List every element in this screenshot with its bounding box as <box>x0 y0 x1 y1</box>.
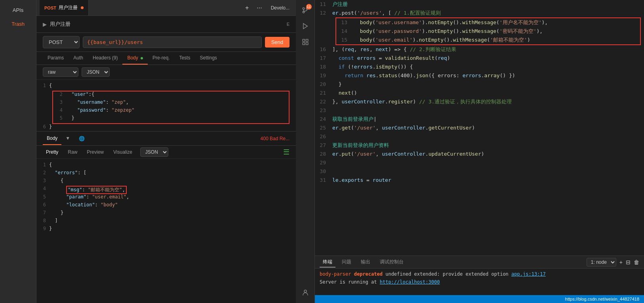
node-select[interactable]: 1: node <box>587 258 616 267</box>
resp-pretty-btn[interactable]: Pretty <box>43 148 61 156</box>
term-tab-output[interactable]: 输出 <box>358 257 373 267</box>
code-line-5: 5 } <box>53 115 289 123</box>
vsc-line-16: 16 ], (req, res, next) => { // 2.判断验证结果 <box>315 45 644 54</box>
body-dot <box>141 57 143 59</box>
vsc-validation-red-box: 13 body('user.username').notEmpty().with… <box>335 17 641 45</box>
vsc-line-23: 23 <box>315 106 644 115</box>
vsc-line-24: 24 获取当前登录用户| <box>315 115 644 124</box>
code-line-6: 6 } <box>36 124 296 131</box>
tab-auth[interactable]: Auth <box>69 52 88 65</box>
vsc-red-box-wrapper: 13 body('user.username').notEmpty().with… <box>315 17 644 45</box>
close-terminal-icon[interactable]: 🗑 <box>634 259 639 265</box>
edit-label: E <box>287 22 290 27</box>
vsc-line-25: 25 er.get('/user', userController.getCur… <box>315 124 644 132</box>
vsc-line-14: 14 body('user.password').notEmpty().with… <box>336 27 640 36</box>
csdn-url: https://blog.csdn.net/weixin_44827418 <box>565 297 639 301</box>
resp-tab-dropdown[interactable]: ▼ <box>61 132 74 145</box>
tab-headers[interactable]: Headers (9) <box>88 52 122 65</box>
vsc-line-13: 13 body('user.username').notEmpty().with… <box>336 18 640 27</box>
right-icon-bar: 11 <box>296 0 315 303</box>
sidebar-item-apis[interactable]: APIs <box>0 3 36 17</box>
resp-line-9: 9 } <box>36 226 296 234</box>
vsc-line-31: 31 le.exports = router <box>315 176 644 185</box>
tab-actions: + ··· Develo... <box>243 4 293 12</box>
branch-badge: 11 <box>306 4 312 10</box>
grid-icon[interactable] <box>298 35 312 49</box>
vsc-line-27: 27 更新当前登录的用户资料 <box>315 141 644 150</box>
svg-point-8 <box>304 290 307 292</box>
resp-tab-body[interactable]: Body <box>43 132 61 145</box>
vsc-line-20: 20 } <box>315 80 644 89</box>
term-tab-problems[interactable]: 问题 <box>339 257 354 267</box>
url-bar: POST GET PUT DELETE Send <box>36 33 296 52</box>
response-body-code[interactable]: 1 { 2 "errors": [ 3 { 4 "msg": "邮箱不能为空",… <box>36 159 296 303</box>
term-tab-debug[interactable]: 调试控制台 <box>377 257 407 267</box>
add-terminal-icon[interactable]: + <box>619 259 623 265</box>
tab-label: 用户注册 <box>59 4 78 11</box>
branch-icon[interactable]: 11 <box>298 3 312 17</box>
svg-rect-6 <box>303 43 305 45</box>
vsc-line-26: 26 <box>315 132 644 141</box>
user-icon[interactable] <box>298 286 312 300</box>
resp-preview-btn[interactable]: Preview <box>84 148 107 156</box>
expand-icon[interactable]: ▶ <box>43 21 47 27</box>
body-type-select[interactable]: JSON Text <box>82 67 110 77</box>
editor-area: 11 户注册 12 er.post('/users', [ // 1.配置验证规… <box>315 0 644 255</box>
tab-params[interactable]: Params <box>43 52 69 65</box>
play-icon[interactable] <box>298 19 312 33</box>
resp-line-2: 2 "errors": [ <box>36 170 296 178</box>
code-line-1: 1 { <box>36 83 296 91</box>
request-title: ▶ 用户注册 E <box>43 21 290 28</box>
tab-tests[interactable]: Tests <box>174 52 195 65</box>
vsc-line-12: 12 er.post('/users', [ // 1.配置验证规则 <box>315 9 644 17</box>
svg-point-0 <box>303 8 305 10</box>
term-tab-terminal[interactable]: 终端 <box>320 257 335 267</box>
tab-prereq[interactable]: Pre-req. <box>148 52 174 65</box>
tab-user-register[interactable]: POST 用户注册 <box>40 0 89 15</box>
vsc-line-29: 29 <box>315 158 644 167</box>
resp-line-5: 5 "param": "user.email", <box>36 194 296 202</box>
vsc-line-30: 30 <box>315 167 644 176</box>
tab-bar: POST 用户注册 + ··· Develo... <box>36 0 296 16</box>
vsc-line-21: 21 next() <box>315 89 644 97</box>
vsc-line-11: 11 户注册 <box>315 0 644 9</box>
response-format-bar: Pretty Raw Preview Visualize JSON ☰ <box>36 146 296 159</box>
sidebar-item-trash[interactable]: Trash <box>0 17 36 31</box>
send-button[interactable]: Send <box>265 37 290 48</box>
split-terminal-icon[interactable]: ⊟ <box>626 259 631 265</box>
resp-line-1: 1 { <box>36 162 296 170</box>
url-input[interactable] <box>83 36 262 48</box>
tab-body[interactable]: Body <box>122 52 148 65</box>
resp-visualize-btn[interactable]: Visualize <box>110 148 135 156</box>
globe-icon: 🌐 <box>79 136 85 141</box>
postman-panel: POST 用户注册 + ··· Develo... ▶ 用户注册 E POST … <box>36 0 296 303</box>
terminal-content: body-parser deprecated undefined extende… <box>315 269 644 295</box>
term-line-2: Server is running at http://localhost:30… <box>320 278 639 286</box>
tab-settings[interactable]: Settings <box>195 52 221 65</box>
left-sidebar: APIs Trash <box>0 0 36 303</box>
request-tabs: Params Auth Headers (9) Body Pre-req. Te… <box>36 52 296 65</box>
develo-button[interactable]: Develo... <box>268 5 293 11</box>
svg-rect-5 <box>306 39 308 41</box>
body-format-select[interactable]: raw form-data <box>43 67 78 77</box>
editor-wrapper[interactable]: 11 户注册 12 er.post('/users', [ // 1.配置验证规… <box>315 0 644 255</box>
wrap-icon[interactable]: ☰ <box>283 148 290 156</box>
code-line-4: 4 "password": "zepzep" <box>53 107 289 115</box>
method-select[interactable]: POST GET PUT DELETE <box>43 36 80 48</box>
resp-raw-btn[interactable]: Raw <box>65 148 80 156</box>
body-format-bar: raw form-data JSON Text <box>36 65 296 80</box>
response-area: Body ▼ 🌐 400 Bad Re... Pretty Raw Previe… <box>36 131 296 303</box>
vsc-line-19: 19 return res.status(400).json({ errors:… <box>315 71 644 80</box>
resp-line-3: 3 { <box>36 178 296 186</box>
resp-line-8: 8 ] <box>36 218 296 226</box>
vsc-line-18: 18 if (!errors.isEmpty()) { <box>315 63 644 71</box>
vscode-panel: 11 户注册 12 er.post('/users', [ // 1.配置验证规… <box>315 0 644 303</box>
request-red-box-wrapper: 2 "user":{ 3 "username": "zep", 4 "passw… <box>36 91 296 124</box>
code-line-3: 3 "username": "zep", <box>53 99 289 107</box>
vsc-line-17: 17 const errors = validationResult(req) <box>315 54 644 63</box>
add-tab-button[interactable]: + <box>243 4 251 12</box>
resp-type-select[interactable]: JSON <box>140 147 168 157</box>
resp-line-4: 4 "msg": "邮箱不能为空", <box>36 186 296 194</box>
more-tabs-button[interactable]: ··· <box>254 4 264 12</box>
request-body-editor[interactable]: 1 { 2 "user":{ 3 "username": "zep", 4 <box>36 80 296 131</box>
